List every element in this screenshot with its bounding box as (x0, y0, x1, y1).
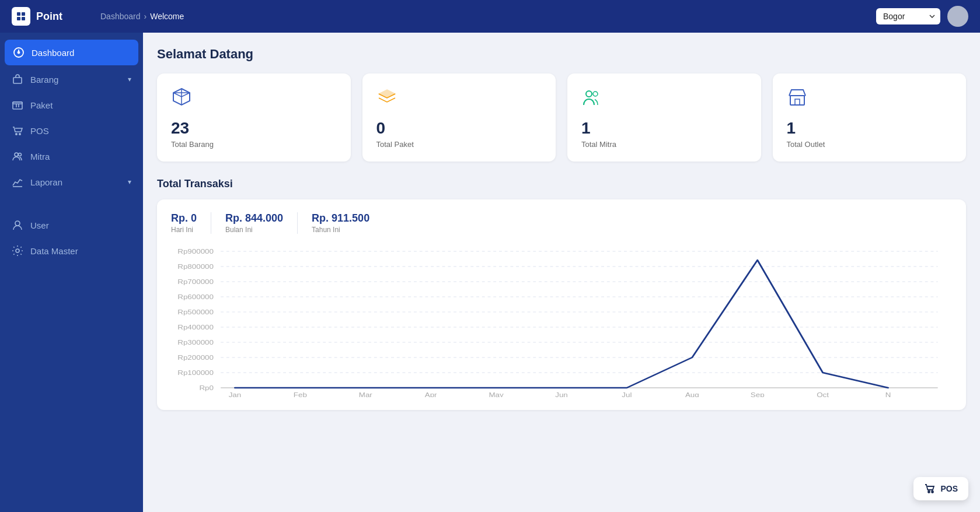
laporan-icon (12, 176, 23, 188)
main-layout: Dashboard Barang ▾ Paket (0, 33, 980, 512)
app-logo: Point (12, 7, 93, 26)
trans-month: Rp. 844.000 Bulan Ini (225, 212, 298, 234)
box-icon (171, 86, 337, 110)
stat-card-barang: 23 Total Barang (157, 73, 351, 162)
svg-text:Jan: Jan (229, 391, 242, 397)
breadcrumb: Dashboard › Welcome (100, 12, 869, 21)
content-area: Selamat Datang 23 Total Barang (143, 33, 980, 512)
sidebar-item-pos[interactable]: POS (0, 118, 143, 143)
svg-text:Feb: Feb (294, 391, 307, 397)
svg-text:Rp400000: Rp400000 (177, 324, 214, 331)
sidebar-item-laporan[interactable]: Laporan ▾ (0, 169, 143, 195)
svg-point-14 (15, 221, 20, 226)
svg-text:Rp300000: Rp300000 (177, 339, 214, 346)
pos-button-label: POS (940, 484, 958, 493)
stat-number-paket: 0 (376, 119, 542, 138)
trans-period-month: Bulan Ini (225, 226, 283, 234)
svg-text:N: N (885, 391, 891, 397)
svg-rect-8 (13, 102, 22, 109)
app-name: Point (36, 10, 62, 23)
breadcrumb-current: Welcome (150, 12, 184, 21)
svg-text:Rp600000: Rp600000 (177, 293, 214, 301)
svg-text:May: May (489, 391, 504, 397)
svg-text:Apr: Apr (425, 391, 437, 397)
stat-number-outlet: 1 (787, 119, 953, 138)
location-select[interactable]: Bogor Jakarta Bandung (876, 8, 940, 24)
sidebar-item-user[interactable]: User (0, 212, 143, 238)
stat-label-mitra: Total Mitra (581, 140, 747, 149)
layers-icon (376, 86, 542, 110)
svg-rect-6 (13, 78, 22, 83)
stat-label-paket: Total Paket (376, 140, 542, 149)
datamaster-icon (12, 245, 23, 257)
sidebar-label-user: User (30, 220, 131, 230)
trans-today: Rp. 0 Hari Ini (171, 212, 211, 234)
svg-text:Rp200000: Rp200000 (177, 354, 214, 362)
transaction-summary: Rp. 0 Hari Ini Rp. 844.000 Bulan Ini Rp.… (171, 212, 952, 234)
barang-icon (12, 73, 23, 85)
chart-container: Rp900000 Rp800000 Rp700000 Rp600000 Rp50… (171, 246, 952, 397)
chevron-down-icon: ▾ (128, 75, 131, 83)
svg-text:Aug: Aug (685, 391, 699, 397)
svg-rect-19 (795, 99, 800, 105)
sidebar-item-data-master[interactable]: Data Master (0, 238, 143, 264)
people-icon (581, 86, 747, 110)
stat-number-barang: 23 (171, 119, 337, 138)
svg-rect-3 (22, 17, 25, 20)
svg-point-9 (16, 134, 17, 135)
transaction-card: Rp. 0 Hari Ini Rp. 844.000 Bulan Ini Rp.… (157, 199, 966, 410)
svg-point-12 (19, 153, 22, 156)
store-icon (787, 86, 953, 110)
svg-point-15 (16, 249, 19, 253)
dashboard-icon (13, 47, 25, 58)
svg-text:Rp800000: Rp800000 (177, 263, 214, 271)
stat-card-outlet: 1 Total Outlet (773, 73, 967, 162)
svg-text:Sep: Sep (751, 391, 765, 397)
svg-point-16 (586, 91, 592, 97)
svg-text:Mar: Mar (359, 391, 372, 397)
sidebar: Dashboard Barang ▾ Paket (0, 33, 143, 512)
stat-card-mitra: 1 Total Mitra (567, 73, 761, 162)
pos-float-button[interactable]: POS (913, 477, 968, 500)
topnav: Point Dashboard › Welcome Bogor Jakarta … (0, 0, 980, 33)
trans-period-year: Tahun Ini (312, 226, 369, 234)
stat-label-barang: Total Barang (171, 140, 337, 149)
svg-text:Rp700000: Rp700000 (177, 278, 214, 286)
sidebar-label-mitra: Mitra (30, 152, 131, 162)
sidebar-item-dashboard[interactable]: Dashboard (5, 40, 138, 65)
svg-point-52 (932, 491, 933, 493)
sidebar-label-dashboard: Dashboard (32, 48, 130, 58)
paket-icon (12, 99, 23, 111)
svg-rect-18 (790, 96, 804, 105)
stat-label-outlet: Total Outlet (787, 140, 953, 149)
sidebar-item-mitra[interactable]: Mitra (0, 143, 143, 169)
logo-icon (12, 7, 30, 26)
svg-text:Jul: Jul (622, 391, 632, 397)
stats-row: 23 Total Barang 0 Total Paket (157, 73, 966, 162)
transaction-title: Total Transaksi (157, 178, 966, 190)
breadcrumb-parent: Dashboard (100, 12, 141, 21)
svg-rect-2 (17, 17, 20, 20)
svg-text:Rp0: Rp0 (199, 384, 214, 392)
pos-icon (12, 125, 23, 136)
sidebar-item-paket[interactable]: Paket (0, 92, 143, 118)
sidebar-label-pos: POS (30, 126, 131, 136)
svg-point-17 (593, 92, 598, 96)
svg-rect-0 (17, 12, 20, 16)
svg-text:Jun: Jun (555, 391, 568, 397)
svg-point-10 (19, 134, 20, 135)
mitra-icon (12, 150, 23, 162)
sidebar-label-data-master: Data Master (30, 246, 131, 256)
sidebar-label-barang: Barang (30, 75, 121, 85)
svg-text:Rp100000: Rp100000 (177, 369, 214, 377)
topnav-right: Bogor Jakarta Bandung (876, 6, 968, 27)
svg-rect-1 (22, 12, 25, 16)
breadcrumb-separator: › (144, 12, 147, 21)
user-avatar[interactable] (947, 6, 968, 27)
stat-number-mitra: 1 (581, 119, 747, 138)
trans-period-today: Hari Ini (171, 226, 197, 234)
svg-point-11 (15, 153, 18, 156)
stat-card-paket: 0 Total Paket (362, 73, 556, 162)
sidebar-item-barang[interactable]: Barang ▾ (0, 66, 143, 92)
sidebar-label-laporan: Laporan (30, 177, 121, 187)
